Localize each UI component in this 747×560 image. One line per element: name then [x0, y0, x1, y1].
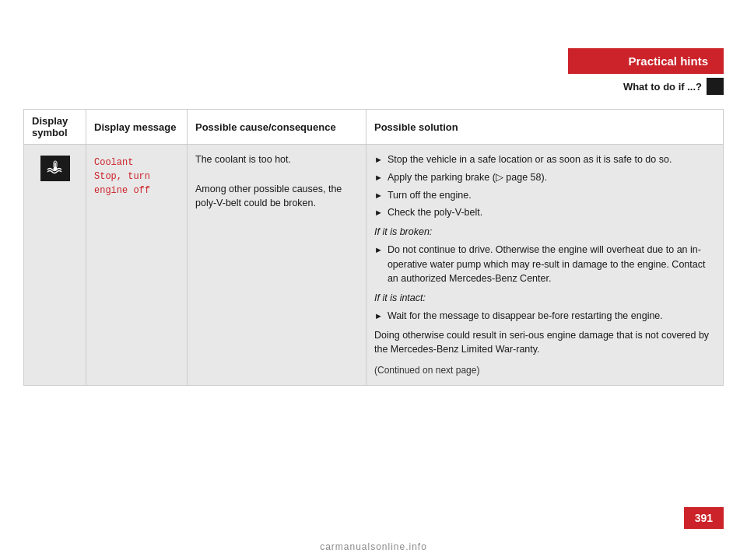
arrow-icon-4: ►	[374, 206, 383, 219]
what-to-do-black-box	[707, 78, 724, 95]
solution-text-2: Apply the parking brake (▷ page 58).	[388, 170, 547, 185]
table-header-row: Display symbol Display message Possible …	[24, 110, 724, 145]
col-possible-solution: Possible solution	[366, 110, 724, 145]
main-table: Display symbol Display message Possible …	[23, 109, 724, 386]
if-intact-label: If it is intact:	[374, 291, 715, 306]
possible-cause-cell: The coolant is too hot. Among other poss…	[188, 145, 366, 386]
svg-rect-3	[54, 163, 56, 168]
page-number: 391	[684, 507, 724, 529]
practical-hints-label: Practical hints	[628, 54, 708, 68]
possible-solution-cell: ► Stop the vehicle in a safe location or…	[366, 145, 724, 386]
arrow-icon-5: ►	[374, 243, 383, 257]
display-message-line2: Stop, turn engine off	[94, 171, 150, 196]
solution-bullet-4: ► Check the poly-V-belt.	[374, 205, 715, 220]
coolant-icon	[40, 156, 70, 181]
practical-hints-bar: Practical hints	[568, 48, 724, 74]
arrow-icon-1: ►	[374, 153, 383, 166]
solution-text-4: Check the poly-V-belt.	[388, 205, 482, 220]
solution-bullet-3: ► Turn off the engine.	[374, 188, 715, 203]
coolant-warning-svg	[44, 159, 66, 176]
solution-bullet-2: ► Apply the parking brake (▷ page 58).	[374, 170, 715, 185]
what-to-do-bar: What to do if ...?	[623, 78, 724, 95]
col-display-symbol: Display symbol	[24, 110, 86, 145]
col-display-message: Display message	[86, 110, 188, 145]
cause-1: The coolant is too hot.	[195, 152, 358, 167]
col-possible-cause: Possible cause/consequence	[188, 110, 366, 145]
if-broken-label: If it is broken:	[374, 225, 715, 240]
footer-watermark: carmanualsonline.info	[320, 541, 427, 552]
main-table-container: Display symbol Display message Possible …	[23, 109, 724, 386]
arrow-icon-2: ►	[374, 171, 383, 184]
solution-text-1: Stop the vehicle in a safe location or a…	[388, 152, 672, 167]
arrow-icon-3: ►	[374, 189, 383, 202]
intact-text-1: Wait for the message to disappear be-for…	[388, 309, 663, 324]
table-row: Coolant Stop, turn engine off The coolan…	[24, 145, 724, 386]
cause-2: Among other possible causes, the poly-V-…	[195, 182, 358, 212]
broken-text-1: Do not continue to drive. Otherwise the …	[388, 243, 715, 286]
solution-text-3: Turn off the engine.	[388, 188, 472, 203]
display-message-line1: Coolant	[94, 157, 133, 168]
arrow-icon-6: ►	[374, 310, 383, 323]
symbol-cell	[24, 145, 86, 386]
intact-note: Doing otherwise could result in seri-ous…	[374, 328, 715, 358]
what-to-do-label: What to do if ...?	[623, 81, 702, 93]
intact-bullet-1: ► Wait for the message to disappear be-f…	[374, 309, 715, 324]
display-message-cell: Coolant Stop, turn engine off	[86, 145, 188, 386]
broken-bullet-1: ► Do not continue to drive. Otherwise th…	[374, 243, 715, 286]
continued-note: (Continued on next page)	[374, 363, 715, 377]
solution-bullet-1: ► Stop the vehicle in a safe location or…	[374, 152, 715, 167]
